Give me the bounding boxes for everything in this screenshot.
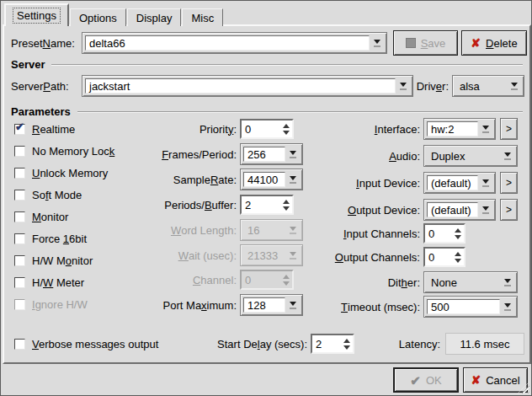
- checkbox-verbose-messages[interactable]: Verbose messages output: [14, 336, 158, 351]
- interface-more-button[interactable]: >: [500, 118, 518, 140]
- chevron-down-icon: [511, 83, 518, 90]
- output-device-combo[interactable]: (default): [423, 199, 496, 221]
- spin-up-button[interactable]: [455, 228, 461, 233]
- chevron-down-icon: [482, 179, 489, 187]
- dropdown-button[interactable]: [500, 148, 514, 163]
- preset-name-value[interactable]: delta66: [85, 35, 370, 51]
- input-channels-label: Input Channels:: [287, 222, 420, 244]
- input-channels-spinbox[interactable]: 0: [423, 223, 466, 243]
- port-maximum-label: Port Maximum:: [119, 294, 237, 316]
- server-group: Server: [11, 58, 523, 71]
- chevron-down-icon: [504, 279, 511, 286]
- tab-settings[interactable]: Settings: [4, 3, 69, 26]
- priority-spinbox[interactable]: 0: [240, 119, 294, 139]
- preset-name-combo[interactable]: delta66: [82, 32, 387, 54]
- checkbox-force-16bit[interactable]: Force 16bit: [14, 231, 87, 246]
- checkbox-soft-mode[interactable]: Soft Mode: [14, 187, 82, 202]
- spin-up-button[interactable]: [455, 252, 461, 256]
- save-button[interactable]: Save: [393, 30, 458, 56]
- spin-down-button[interactable]: [455, 235, 461, 239]
- server-path-dropdown-button[interactable]: [396, 78, 410, 94]
- tab-display[interactable]: Display: [127, 8, 182, 26]
- start-delay-label: Start Delay (secs):: [186, 333, 307, 355]
- priority-label: Priority:: [119, 118, 237, 140]
- channel-spinbox[interactable]: 0: [240, 270, 294, 290]
- checkbox-unlock-memory[interactable]: Unlock Memory: [14, 165, 108, 180]
- checkbox-no-memory-lock[interactable]: No Memory Lock: [14, 143, 114, 158]
- wait-usec-label: Wait (usec):: [119, 244, 237, 266]
- tab-bar: Settings Options Display Misc: [4, 3, 224, 26]
- checkbox-hw-meter[interactable]: H/W Meter: [14, 275, 84, 290]
- input-device-combo[interactable]: (default): [423, 172, 496, 194]
- arrow-up-icon: [343, 339, 350, 343]
- checkbox-box: ✔: [14, 124, 25, 135]
- dither-combo[interactable]: None: [423, 271, 518, 293]
- server-path-combo[interactable]: jackstart: [82, 75, 413, 97]
- delete-button[interactable]: ✘ Delete: [461, 30, 527, 56]
- sample-rate-label: Sample Rate:: [119, 169, 237, 190]
- periods-buffer-spinbox[interactable]: 2: [240, 195, 294, 215]
- channel-label: Channel:: [119, 269, 237, 291]
- checkbox-box: [14, 255, 25, 266]
- checkbox-box: [14, 146, 25, 157]
- checkbox-hw-monitor[interactable]: H/W Monitor: [14, 253, 93, 268]
- audio-label: Audio:: [287, 145, 420, 167]
- output-channels-spinbox[interactable]: 0: [423, 247, 466, 267]
- arrow-down-icon: [455, 235, 461, 239]
- driver-label: Driver:: [412, 75, 449, 97]
- tab-misc[interactable]: Misc: [182, 8, 223, 26]
- latency-label: Latency:: [363, 333, 440, 355]
- periods-buffer-label: Periods/Buffer:: [119, 194, 237, 216]
- start-delay-spinbox[interactable]: 2: [311, 334, 354, 354]
- input-device-label: Input Device:: [287, 172, 420, 194]
- input-device-more-button[interactable]: >: [500, 172, 518, 194]
- checkbox-ignore-hw[interactable]: Ignore H/W: [14, 297, 88, 312]
- chevron-down-icon: [400, 83, 407, 90]
- ok-button[interactable]: ✔ OK: [393, 367, 459, 393]
- server-path-label: Server Path:: [11, 75, 69, 97]
- spin-up-button[interactable]: [343, 339, 350, 343]
- cancel-button-label: Cancel: [486, 374, 519, 387]
- timeout-combo[interactable]: 500: [423, 296, 518, 318]
- ok-button-label: OK: [426, 374, 442, 387]
- ok-check-icon: ✔: [410, 374, 421, 387]
- tab-options[interactable]: Options: [70, 8, 126, 26]
- word-length-label: Word Length:: [119, 219, 237, 241]
- chevron-down-icon: [482, 126, 489, 133]
- chevron-down-icon: [504, 153, 511, 160]
- checkbox-box: [14, 299, 25, 310]
- spin-down-button[interactable]: [455, 259, 461, 263]
- dither-label: Dither:: [287, 271, 420, 293]
- checkbox-realtime[interactable]: ✔ Realtime: [14, 121, 75, 136]
- server-path-value[interactable]: jackstart: [85, 78, 396, 94]
- parameters-group-label: Parameters: [11, 105, 71, 118]
- driver-dropdown-button[interactable]: [507, 78, 521, 94]
- dropdown-button[interactable]: [478, 121, 492, 136]
- cancel-button[interactable]: ✘ Cancel: [463, 367, 528, 393]
- dropdown-button[interactable]: [478, 202, 492, 217]
- dropdown-button[interactable]: [500, 299, 514, 314]
- preset-name-dropdown-button[interactable]: [370, 35, 384, 51]
- spin-down-button[interactable]: [343, 345, 350, 350]
- dropdown-button[interactable]: [478, 175, 492, 190]
- server-group-label: Server: [11, 58, 45, 71]
- checkbox-box: [14, 233, 25, 244]
- checkbox-box: [14, 277, 25, 288]
- interface-combo[interactable]: hw:2: [423, 118, 496, 140]
- audio-combo[interactable]: Duplex: [423, 145, 518, 167]
- arrow-up-icon: [455, 252, 461, 256]
- arrow-down-icon: [343, 345, 350, 350]
- driver-combo[interactable]: alsa: [452, 75, 524, 97]
- preset-name-label: Preset Name:: [11, 32, 75, 54]
- output-device-more-button[interactable]: >: [500, 199, 518, 221]
- frames-period-label: Frames/Period:: [119, 143, 237, 165]
- latency-value: 11.6 msec: [445, 333, 524, 355]
- arrow-down-icon: [455, 259, 461, 263]
- checkbox-monitor[interactable]: Monitor: [14, 209, 68, 224]
- checkbox-box: [14, 168, 25, 179]
- settings-dialog: Settings Options Display Misc Preset Nam…: [0, 0, 532, 396]
- parameters-group: Parameters: [11, 105, 523, 118]
- output-device-label: Output Device:: [287, 199, 420, 221]
- dropdown-button[interactable]: [500, 275, 514, 290]
- checkbox-box: [14, 211, 25, 222]
